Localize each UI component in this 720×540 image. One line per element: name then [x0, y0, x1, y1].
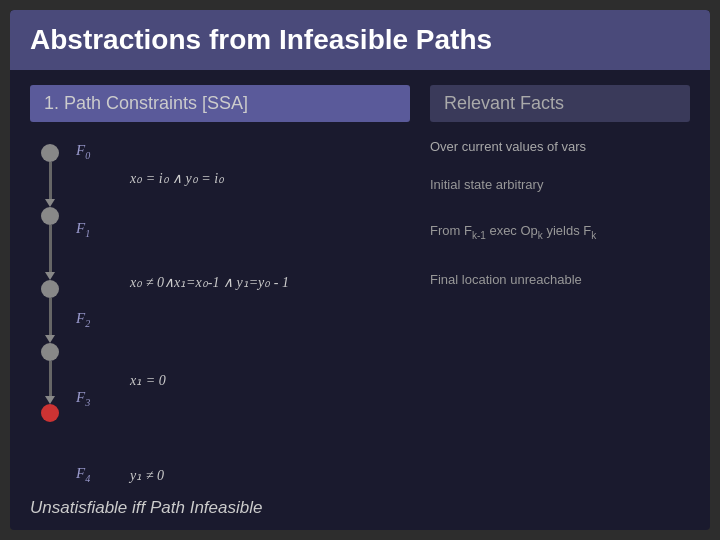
f-label-1: F1 — [76, 220, 120, 239]
fact-0: Initial state arbitrary — [430, 176, 690, 194]
connector-0-1 — [49, 162, 52, 200]
over-current-text: Over current values of vars — [430, 138, 690, 156]
node-f1 — [41, 207, 59, 225]
path-label-1: x₀ = i₀ ∧ y₀ = i₀ — [130, 170, 360, 187]
fact-2: Final location unreachable — [430, 271, 690, 289]
left-column: 1. Path Constraints [SSA] — [30, 80, 410, 518]
bottom-text: Unsatisfiable iff Path Infeasible — [30, 488, 410, 518]
arrow-0-1 — [45, 199, 55, 207]
connector-3-4 — [49, 361, 52, 397]
f-label-4: F4 — [76, 465, 120, 484]
node-f3 — [41, 343, 59, 361]
arrow-1-2 — [45, 272, 55, 280]
title-bar: Abstractions from Infeasible Paths — [10, 10, 710, 70]
facts-list: Initial state arbitrary From Fk-1 exec O… — [430, 176, 690, 289]
node-f2 — [41, 280, 59, 298]
path-labels-column: x₀ = i₀ ∧ y₀ = i₀ x₀ ≠ 0∧x₁=x₀-1 ∧ y₁=y₀… — [120, 140, 360, 488]
f-label-0: F0 — [76, 142, 120, 161]
relevant-facts-box: Relevant Facts — [430, 85, 690, 122]
node-f4 — [41, 404, 59, 422]
path-label-3: x₁ = 0 — [130, 372, 360, 389]
arrow-3-4 — [45, 396, 55, 404]
path-label-4: y₁ ≠ 0 — [130, 467, 360, 484]
path-label-2: x₀ ≠ 0∧x₁=x₀-1 ∧ y₁=y₀ - 1 — [130, 274, 360, 291]
right-column: Relevant Facts Over current values of va… — [410, 80, 690, 518]
relevant-facts-title: Relevant Facts — [444, 93, 564, 113]
slide: Abstractions from Infeasible Paths 1. Pa… — [10, 10, 710, 530]
f-label-2: F2 — [76, 310, 120, 329]
slide-title: Abstractions from Infeasible Paths — [30, 24, 492, 55]
node-f0 — [41, 144, 59, 162]
connector-2-3 — [49, 298, 52, 336]
fact-1: From Fk-1 exec Opk yields Fk — [430, 222, 690, 243]
arrow-2-3 — [45, 335, 55, 343]
section-label: 1. Path Constraints [SSA] — [30, 85, 410, 122]
connector-1-2 — [49, 225, 52, 273]
f-label-3: F3 — [76, 389, 120, 408]
f-labels-column: F0 F1 F2 F3 F4 — [70, 140, 120, 488]
nodes-column — [30, 140, 70, 488]
content-area: 1. Path Constraints [SSA] — [10, 70, 710, 528]
